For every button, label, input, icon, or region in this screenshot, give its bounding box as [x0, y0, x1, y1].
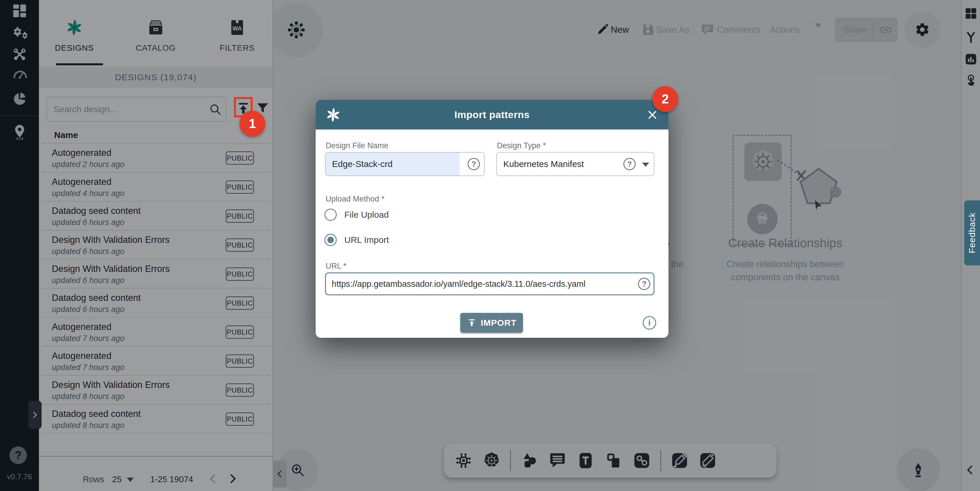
design-row[interactable]: Datadog seed contentupdated 8 hours agoP…: [41, 404, 271, 433]
share-divider: [872, 20, 873, 40]
design-updated: updated 6 hours ago: [52, 276, 124, 285]
tab-catalog[interactable]: CATALOG: [125, 9, 186, 56]
help-icon[interactable]: ?: [638, 278, 650, 290]
design-row[interactable]: Autogeneratedupdated 2 hours agoPUBLIC: [41, 143, 271, 172]
save-icon: [641, 22, 655, 37]
components-grid-icon[interactable]: [964, 6, 978, 21]
design-updated: updated 4 hours ago: [52, 189, 124, 198]
design-row[interactable]: Autogeneratedupdated 7 hours agoPUBLIC: [41, 317, 271, 346]
radio-file-upload[interactable]: File Upload: [325, 208, 389, 221]
sidebar-expand-button[interactable]: [28, 401, 41, 429]
close-button[interactable]: [646, 109, 659, 121]
pen-tool-icon[interactable]: [670, 451, 689, 470]
link-nodes-icon[interactable]: [632, 451, 651, 470]
previous-page-button[interactable]: [207, 472, 219, 485]
next-page-button[interactable]: [226, 472, 239, 485]
card-title: Create Relationships: [703, 236, 867, 250]
tab-designs[interactable]: DESIGNS: [44, 9, 105, 56]
lifecycle-gears-icon[interactable]: [11, 24, 28, 41]
upload-icon: [467, 318, 477, 328]
design-updated: updated 2 hours ago: [52, 160, 124, 169]
layers-icon[interactable]: [604, 451, 624, 470]
sketch-pencil-icon[interactable]: [698, 451, 718, 470]
dock-divider: [660, 450, 661, 471]
design-row[interactable]: Autogeneratedupdated 4 hours agoPUBLIC: [41, 172, 271, 201]
visibility-badge: PUBLIC: [226, 209, 254, 223]
actions-caret-icon[interactable]: [815, 28, 822, 33]
help-icon[interactable]: ?: [468, 158, 480, 170]
shapes-icon[interactable]: [520, 451, 539, 470]
search-design-input[interactable]: [46, 97, 226, 122]
design-updated: updated 7 hours ago: [52, 363, 124, 372]
tab-designs-label: DESIGNS: [44, 43, 105, 53]
design-row[interactable]: Design With Validation Errorsupdated 6 h…: [41, 259, 271, 288]
save-as-button[interactable]: Save As: [656, 25, 690, 35]
chevron-left-icon: [964, 464, 977, 477]
mesh-sync-button[interactable]: [269, 3, 323, 57]
radio-unchecked-icon[interactable]: [325, 209, 337, 221]
performance-gauge-icon[interactable]: [11, 65, 28, 83]
meshery-spiral-icon: [65, 18, 84, 37]
import-button[interactable]: IMPORT: [460, 313, 523, 333]
bottom-right-collapse-button[interactable]: [964, 464, 977, 477]
sidebar-divider: [0, 115, 39, 116]
link-icon[interactable]: [879, 23, 893, 37]
kubernetes-icon: [748, 147, 778, 176]
help-icon[interactable]: ?: [624, 158, 636, 170]
select-caret-icon[interactable]: [642, 163, 649, 167]
app-version: v0.7.76: [0, 472, 39, 481]
rows-per-page-value[interactable]: 25: [112, 475, 121, 484]
share-button[interactable]: Share: [843, 25, 867, 35]
visibility-badge: PUBLIC: [226, 151, 254, 165]
feedback-tab[interactable]: Feedback: [964, 200, 980, 265]
actions-dropdown[interactable]: Actions: [770, 25, 800, 35]
pagination-range: 1-25 19074: [150, 475, 193, 484]
close-icon: [646, 109, 659, 121]
dashboard-icon[interactable]: [11, 2, 28, 19]
designs-count-header: DESIGNS (19,074): [39, 67, 273, 88]
panel-collapse-button[interactable]: [273, 461, 286, 488]
left-sidebar: ? v0.7.76: [0, 0, 39, 491]
design-row[interactable]: Design With Validation Errorsupdated 6 h…: [41, 230, 271, 259]
visibility-badge: PUBLIC: [226, 268, 254, 281]
search-icon: [209, 103, 222, 116]
drawing-mode-button[interactable]: [897, 448, 940, 491]
kubernetes-dock-icon[interactable]: [482, 451, 501, 470]
radio-url-import[interactable]: URL Import: [325, 233, 389, 246]
configuration-tools-icon[interactable]: [11, 46, 28, 63]
url-input[interactable]: [325, 273, 654, 295]
design-row[interactable]: Design With Validation Errorsupdated 8 h…: [41, 375, 271, 404]
canvas-settings-button[interactable]: [904, 11, 940, 48]
design-file-name-field[interactable]: Edge-Stack-crd ?: [325, 152, 485, 176]
rows-per-page-caret-icon[interactable]: [127, 478, 134, 482]
radio-checked-icon[interactable]: [325, 234, 337, 246]
circuit-component-icon[interactable]: [454, 451, 473, 470]
design-row[interactable]: Autogeneratedupdated 7 hours agoPUBLIC: [41, 346, 271, 375]
dashboard-chart-icon[interactable]: [964, 52, 978, 66]
comments-button[interactable]: Comments: [717, 25, 761, 35]
design-name: Datadog seed content: [52, 293, 140, 303]
design-type-select[interactable]: Kubernetes Manifest ?: [496, 152, 654, 176]
footer-divider: [39, 456, 273, 457]
tab-filters[interactable]: WA FILTERS: [207, 9, 268, 56]
comment-bubble-icon[interactable]: [548, 451, 567, 470]
design-row[interactable]: Datadog seed contentupdated 6 hours agoP…: [41, 288, 271, 317]
design-name: Design With Validation Errors: [52, 380, 170, 390]
design-updated: updated 6 hours ago: [52, 305, 124, 314]
design-name: Datadog seed content: [52, 206, 140, 216]
import-patterns-modal: Import patterns Design File Name Edge-St…: [316, 100, 668, 338]
info-icon[interactable]: i: [643, 316, 656, 330]
tab-catalog-label: CATALOG: [125, 43, 186, 53]
meshery-app: ? v0.7.76 DESIGNS CATALOG: [0, 0, 980, 491]
interact-touch-icon[interactable]: [964, 73, 978, 87]
design-row[interactable]: Datadog seed contentupdated 6 hours agoP…: [41, 201, 271, 230]
new-button[interactable]: New: [611, 25, 629, 35]
extensions-pie-icon[interactable]: [11, 90, 28, 107]
share-button-group: Share: [835, 18, 898, 42]
pencil-icon: [595, 22, 609, 37]
help-button[interactable]: ?: [10, 446, 27, 464]
design-name: Autogenerated: [52, 177, 111, 187]
validate-icon[interactable]: [964, 30, 978, 45]
kanvas-pin-icon[interactable]: [11, 123, 28, 140]
text-tool-icon[interactable]: [576, 451, 595, 470]
